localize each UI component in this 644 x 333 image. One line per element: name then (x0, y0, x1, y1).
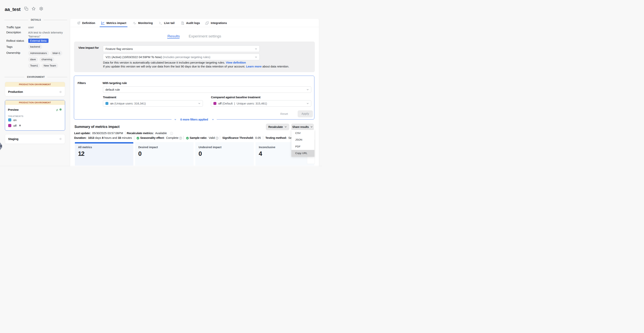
svg-text:?: ? (216, 137, 218, 139)
svg-text:?: ? (180, 137, 181, 139)
